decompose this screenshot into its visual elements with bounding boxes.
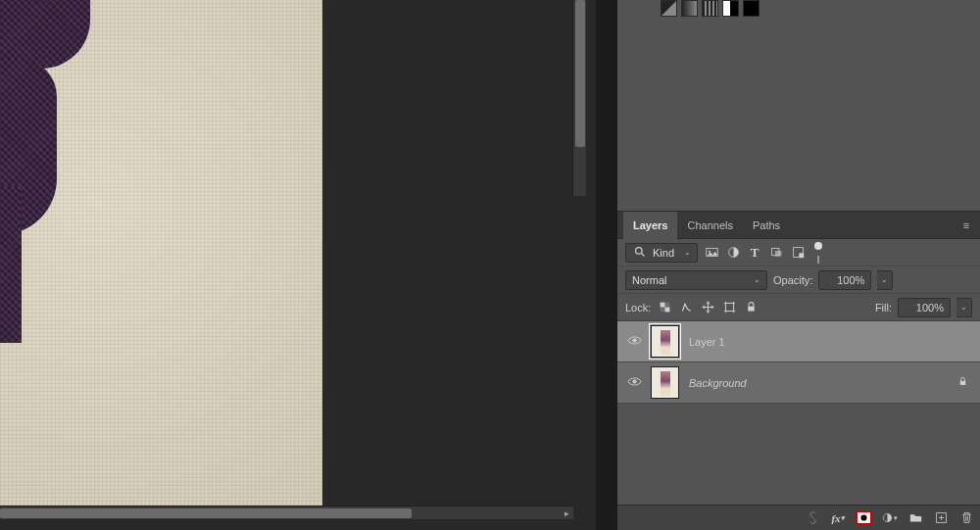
adjustments-panel [617,0,980,212]
canvas-image-detail [0,186,22,343]
svg-rect-11 [664,303,669,308]
filter-type-icon[interactable]: T [747,245,762,261]
filter-kind-select[interactable]: Kind ⌄ [625,243,698,263]
fill-input[interactable]: 100% [898,298,951,317]
link-layers-icon[interactable] [805,510,820,526]
adjustment-preset[interactable] [702,0,718,17]
lock-position-icon[interactable] [700,300,715,315]
layer-locked-icon [955,376,970,389]
canvas-area[interactable]: ▸ [0,0,596,530]
chevron-down-icon: ⌄ [754,275,760,284]
toggle-dot-icon [814,242,822,250]
layers-footer: fx▾ ▾ [617,505,980,530]
layer-list: Layer 1 Background [617,321,980,505]
chevron-down-icon: ⌄ [684,248,691,257]
layer-filter-row: Kind ⌄ T [617,239,980,266]
opacity-label: Opacity: [773,274,812,286]
opacity-input[interactable]: 100% [818,270,871,290]
svg-rect-18 [748,307,755,312]
lock-image-icon[interactable] [678,300,694,315]
svg-rect-9 [660,303,664,308]
adjustment-preset[interactable] [722,0,739,17]
filter-kind-label: Kind [653,247,674,259]
filter-pixel-icon[interactable] [704,245,719,261]
adjustment-preset[interactable] [681,0,698,17]
horizontal-scrollbar-thumb[interactable] [0,508,412,518]
panel-tabs: Layers Channels Paths ≡ [617,212,980,239]
panel-menu-icon[interactable]: ≡ [958,219,974,231]
filter-shape-icon[interactable] [768,245,784,261]
svg-point-3 [709,251,710,253]
filter-adjustment-icon[interactable] [725,245,741,261]
blend-mode-value: Normal [632,274,666,286]
layer-effects-icon[interactable]: fx▾ [830,510,846,526]
panel-divider[interactable] [596,0,617,530]
filter-toggle-switch[interactable] [811,242,825,264]
layer-row[interactable]: Background [617,362,980,404]
scroll-right-arrow-icon[interactable]: ▸ [560,506,573,520]
layer-row[interactable]: Layer 1 [617,321,980,362]
tab-paths[interactable]: Paths [743,212,790,239]
search-icon [632,245,648,261]
layer-thumbnail[interactable] [651,325,679,358]
layer-visibility-toggle[interactable] [617,374,651,391]
lock-row: Lock: Fill: 100% ⌄ [617,294,980,321]
fill-label: Fill: [875,302,892,313]
new-layer-icon[interactable] [933,510,949,526]
svg-point-19 [632,338,636,342]
opacity-value: 100% [837,274,864,286]
layer-visibility-toggle[interactable] [617,333,651,350]
vertical-scrollbar-thumb[interactable] [575,0,585,147]
tab-layers[interactable]: Layers [623,212,677,239]
document-canvas[interactable] [0,0,322,506]
fill-value: 100% [916,302,944,313]
svg-rect-8 [799,253,804,258]
lock-transparent-icon[interactable] [657,300,672,315]
opacity-dropdown-icon[interactable]: ⌄ [877,270,893,290]
adjustment-preset[interactable] [743,0,760,17]
eye-icon [627,333,642,350]
layer-name[interactable]: Background [689,377,955,389]
new-group-icon[interactable] [907,510,923,526]
adjustments-presets-row [661,0,760,17]
tab-channels[interactable]: Channels [677,212,742,239]
lock-label: Lock: [625,302,651,313]
layer-name[interactable]: Layer 1 [689,336,970,348]
eye-icon [627,374,642,391]
vertical-scrollbar[interactable] [572,0,586,196]
horizontal-scrollbar[interactable]: ▸ [0,506,573,519]
svg-line-1 [641,253,644,256]
svg-rect-12 [660,308,664,313]
new-adjustment-layer-icon[interactable]: ▾ [882,510,898,526]
adjustment-preset[interactable] [661,0,677,17]
svg-point-20 [632,379,636,383]
blend-mode-select[interactable]: Normal ⌄ [625,270,767,290]
filter-smartobject-icon[interactable] [790,245,806,261]
blend-row: Normal ⌄ Opacity: 100% ⌄ [617,266,980,294]
fill-dropdown-icon[interactable]: ⌄ [956,298,972,317]
layers-panel: Layers Channels Paths ≡ Kind ⌄ T [617,212,980,530]
delete-layer-icon[interactable] [958,510,974,526]
svg-point-23 [860,514,866,520]
lock-all-icon[interactable] [743,300,759,315]
svg-rect-6 [774,251,781,257]
svg-rect-13 [725,303,733,311]
svg-point-0 [635,248,642,255]
svg-rect-21 [959,381,965,385]
right-panels: Layers Channels Paths ≡ Kind ⌄ T [617,0,980,530]
lock-artboard-icon[interactable] [721,300,737,315]
toggle-stem-icon [817,256,819,264]
svg-rect-10 [664,308,669,313]
layer-thumbnail[interactable] [651,366,679,399]
add-mask-button[interactable] [856,510,872,525]
